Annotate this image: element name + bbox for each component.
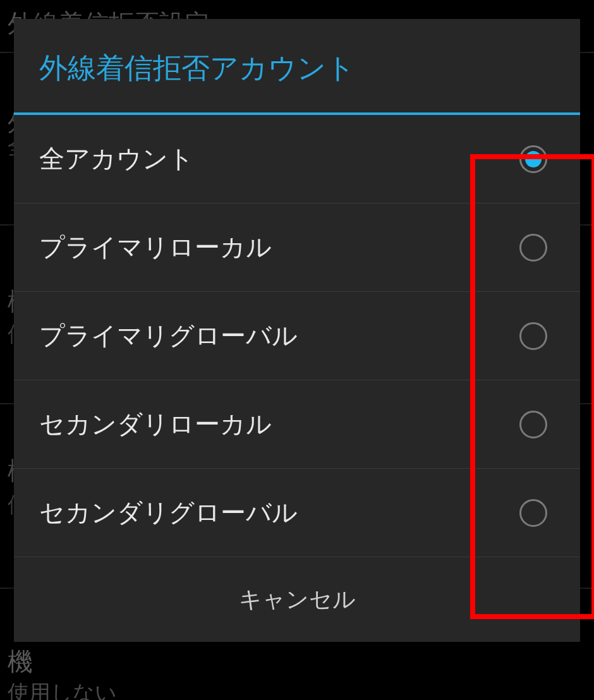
- option-secondary-global[interactable]: セカンダリグローバル: [14, 469, 580, 557]
- option-label: プライマリグローバル: [39, 318, 298, 353]
- option-all-accounts[interactable]: 全アカウント: [14, 115, 580, 203]
- option-label: 全アカウント: [39, 142, 194, 176]
- bg-text: 機: [8, 644, 33, 679]
- option-primary-local[interactable]: プライマリローカル: [14, 203, 580, 292]
- cancel-label: キャンセル: [239, 584, 356, 615]
- bg-text: 使用しない: [8, 679, 117, 700]
- radio-icon[interactable]: [519, 234, 547, 262]
- radio-icon[interactable]: [519, 145, 547, 173]
- radio-icon[interactable]: [519, 411, 547, 438]
- account-selection-dialog: 外線着信拒否アカウント 全アカウント プライマリローカル プライマリグローバル …: [14, 19, 580, 642]
- radio-icon[interactable]: [519, 499, 547, 527]
- option-list: 全アカウント プライマリローカル プライマリグローバル セカンダリローカル セカ…: [14, 115, 580, 557]
- cancel-button[interactable]: キャンセル: [14, 557, 580, 642]
- option-secondary-local[interactable]: セカンダリローカル: [14, 380, 580, 469]
- option-label: プライマリローカル: [39, 230, 272, 265]
- option-primary-global[interactable]: プライマリグローバル: [14, 292, 580, 380]
- option-label: セカンダリグローバル: [39, 495, 298, 530]
- dialog-title: 外線着信拒否アカウント: [14, 19, 580, 112]
- option-label: セカンダリローカル: [39, 407, 272, 442]
- radio-icon[interactable]: [519, 322, 547, 350]
